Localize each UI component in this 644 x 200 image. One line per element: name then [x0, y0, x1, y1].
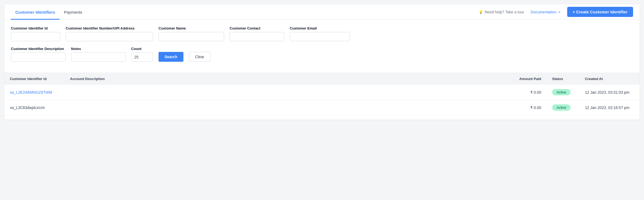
th-status: Status [547, 73, 579, 85]
th-customer-identifier-id: Customer Identifier Id [4, 73, 65, 85]
row1-status-cell: Active [547, 85, 579, 100]
tabs-bar: Customer Identifiers Payments Need help?… [4, 4, 640, 20]
create-customer-identifier-button[interactable]: + Create Customer Identifier [567, 7, 633, 17]
clear-button[interactable]: Clear [189, 52, 210, 62]
th-account-description: Account Description [65, 73, 508, 85]
field-customer-identifier-description: Customer Identifier Description [11, 47, 66, 62]
customer-email-input[interactable] [290, 32, 350, 41]
table-section: Customer Identifier Id Account Descripti… [4, 73, 640, 120]
field-customer-name: Customer Name [159, 26, 224, 41]
search-button[interactable]: Search [159, 52, 183, 62]
field-customer-contact: Customer Contact [230, 26, 284, 41]
documentation-link[interactable]: Documentation [531, 10, 561, 14]
main-card: Customer Identifiers Payments Need help?… [4, 4, 640, 120]
row1-id-cell: va_L3E2A6MNGZ8TWM [4, 85, 65, 100]
row2-status-cell: Active [547, 100, 579, 115]
row2-description-cell [65, 100, 508, 115]
upi-address-input[interactable] [66, 32, 153, 41]
tabs-left: Customer Identifiers Payments [11, 4, 87, 19]
status-badge: Active [552, 104, 570, 111]
external-link-icon [558, 10, 561, 14]
filter-row-1: Customer Identifier Id Customer Identifi… [11, 26, 633, 41]
field-count: Count [131, 47, 153, 62]
field-notes: Notes [71, 47, 126, 62]
table-row: va_L3E2A6MNGZ8TWM ₹ 0.00 Active 12 Jan 2… [4, 85, 640, 100]
table-row: va_L3Clt3dwj4cxUm ₹ 0.00 Active 12 Jan 2… [4, 100, 640, 115]
field-customer-identifier-id: Customer Identifier Id [11, 26, 60, 41]
row2-created-at-cell: 12 Jan 2023, 02:16:57 pm [579, 100, 640, 115]
customer-contact-input[interactable] [230, 32, 284, 41]
filter-row-2: Customer Identifier Description Notes Co… [11, 47, 633, 62]
tab-payments[interactable]: Payments [60, 4, 87, 20]
th-amount-paid: Amount Paid [508, 73, 547, 85]
customer-identifier-description-input[interactable] [11, 52, 66, 62]
row2-id-text: va_L3Clt3dwj4cxUm [10, 105, 45, 110]
row2-id-cell: va_L3Clt3dwj4cxUm [4, 100, 65, 115]
table-header-row: Customer Identifier Id Account Descripti… [4, 73, 640, 85]
filter-section: Customer Identifier Id Customer Identifi… [4, 20, 640, 73]
tab-customer-identifiers[interactable]: Customer Identifiers [11, 4, 60, 20]
help-tour-link[interactable]: Need help? Take a tour [479, 10, 524, 14]
tabs-right: Need help? Take a tour Documentation + C… [479, 7, 633, 17]
bulb-icon [479, 10, 483, 14]
customer-identifiers-table: Customer Identifier Id Account Descripti… [4, 73, 640, 115]
row1-id-link[interactable]: va_L3E2A6MNGZ8TWM [10, 90, 52, 95]
customer-identifier-id-input[interactable] [11, 32, 60, 41]
notes-input[interactable] [71, 52, 126, 62]
row1-description-cell [65, 85, 508, 100]
field-upi-address: Customer Identifier Number/UPI Address [66, 26, 153, 41]
customer-name-input[interactable] [159, 32, 224, 41]
row1-amount-cell: ₹ 0.00 [508, 85, 547, 100]
count-input[interactable] [131, 52, 153, 62]
status-badge: Active [552, 89, 570, 95]
row2-amount-cell: ₹ 0.00 [508, 100, 547, 115]
th-created-at: Created At [579, 73, 640, 85]
field-customer-email: Customer Email [290, 26, 350, 41]
page-wrapper: Customer Identifiers Payments Need help?… [0, 0, 644, 200]
row1-created-at-cell: 12 Jan 2023, 03:31:03 pm [579, 85, 640, 100]
